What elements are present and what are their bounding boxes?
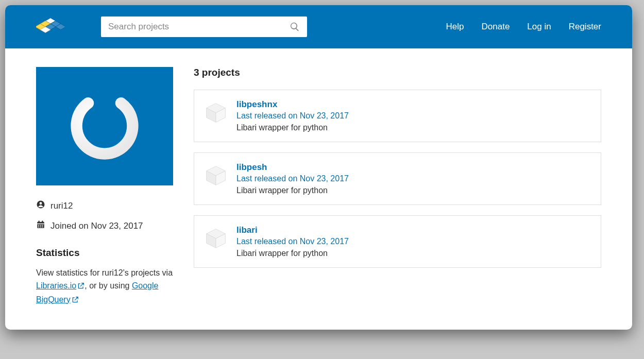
svg-rect-18 (42, 227, 43, 228)
project-release-date: Last released on Nov 23, 2017 (236, 237, 349, 246)
external-link-icon (72, 295, 79, 307)
user-avatar (36, 67, 173, 185)
projects-count-heading: 3 projects (194, 67, 601, 78)
nav-donate[interactable]: Donate (482, 22, 510, 32)
project-release-date: Last released on Nov 23, 2017 (236, 174, 349, 183)
statistics-heading: Statistics (36, 247, 173, 259)
stats-text-mid: , or by using (84, 281, 132, 290)
svg-rect-13 (38, 225, 39, 226)
header-nav: Help Donate Log in Register (446, 22, 601, 32)
project-description: Libari wrapper for python (236, 249, 349, 258)
svg-rect-16 (38, 227, 39, 228)
svg-rect-12 (42, 221, 43, 223)
joined-row: Joined on Nov 23, 2017 (36, 220, 173, 232)
pypi-logo[interactable] (36, 12, 65, 41)
svg-point-8 (40, 202, 42, 204)
project-card[interactable]: libpesh Last released on Nov 23, 2017 Li… (194, 152, 601, 205)
project-name: libari (236, 225, 349, 235)
project-description: Libari wrapper for python (236, 123, 349, 132)
project-release-date: Last released on Nov 23, 2017 (236, 111, 349, 121)
external-link-icon (77, 281, 84, 294)
libraries-io-link[interactable]: Libraries.io (36, 281, 84, 290)
svg-rect-15 (42, 225, 43, 226)
nav-help[interactable]: Help (446, 22, 464, 32)
username-row: ruri12 (36, 200, 173, 212)
project-card[interactable]: libpeshnx Last released on Nov 23, 2017 … (194, 90, 601, 142)
project-info: libari Last released on Nov 23, 2017 Lib… (236, 225, 349, 258)
project-name: libpesh (236, 162, 349, 173)
site-header: Help Donate Log in Register (5, 5, 632, 48)
search-input[interactable] (108, 22, 290, 32)
projects-list: libpeshnx Last released on Nov 23, 2017 … (194, 90, 601, 268)
svg-rect-10 (37, 224, 44, 225)
project-name: libpeshnx (236, 99, 349, 110)
svg-rect-17 (40, 227, 41, 228)
search-icon[interactable] (290, 22, 300, 32)
user-icon (36, 200, 45, 212)
svg-rect-14 (40, 225, 41, 226)
svg-rect-11 (39, 221, 40, 223)
stats-text-pre: View statistics for ruri12's projects vi… (36, 268, 173, 277)
statistics-text: View statistics for ruri12's projects vi… (36, 267, 173, 307)
project-description: Libari wrapper for python (236, 186, 349, 195)
project-card[interactable]: libari Last released on Nov 23, 2017 Lib… (194, 215, 601, 268)
browser-window: Help Donate Log in Register (5, 5, 632, 330)
package-icon (205, 227, 227, 250)
project-info: libpesh Last released on Nov 23, 2017 Li… (236, 162, 349, 195)
username: ruri12 (50, 201, 73, 211)
search-box (101, 16, 307, 37)
package-icon (205, 164, 227, 187)
main-column: 3 projects libpeshnx Last released on No… (194, 67, 601, 307)
project-info: libpeshnx Last released on Nov 23, 2017 … (236, 99, 349, 132)
joined-date: Joined on Nov 23, 2017 (50, 221, 143, 231)
package-icon (205, 101, 227, 124)
user-sidebar: ruri12 (36, 67, 173, 307)
page-content: ruri12 (5, 48, 632, 307)
nav-register[interactable]: Register (569, 22, 601, 32)
nav-login[interactable]: Log in (527, 22, 551, 32)
calendar-icon (36, 220, 45, 232)
